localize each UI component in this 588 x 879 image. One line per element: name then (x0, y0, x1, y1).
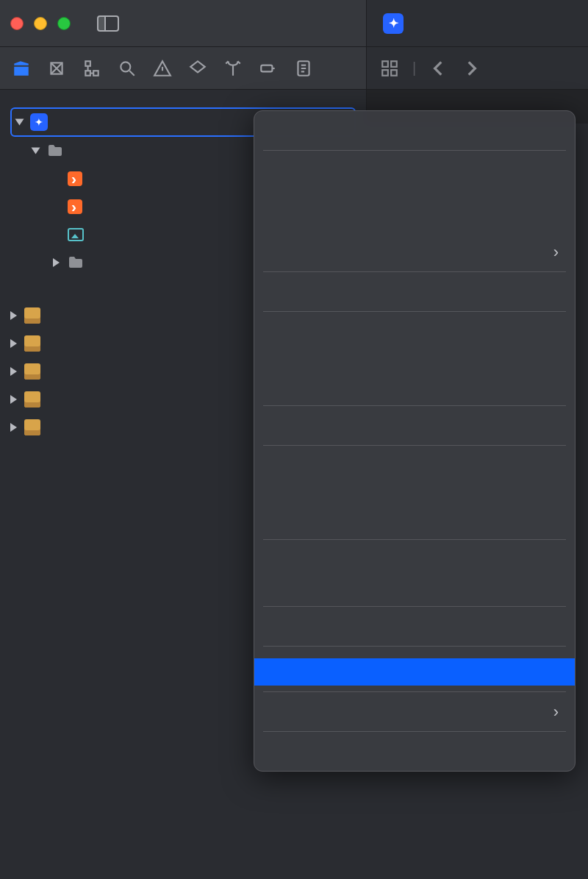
menu-new-group-from-selection (254, 506, 575, 533)
disclosure-triangle-icon[interactable] (15, 119, 24, 126)
assets-icon (68, 228, 84, 241)
folder-icon (67, 254, 85, 271)
menu-separator (263, 691, 566, 692)
menu-new-group-without-folder[interactable] (254, 479, 575, 506)
package-icon (24, 419, 40, 435)
svg-rect-3 (391, 70, 397, 76)
svg-rect-5 (85, 61, 90, 66)
menu-separator (263, 646, 566, 647)
find-navigator-tab-icon[interactable] (118, 59, 137, 78)
menu-separator (263, 539, 566, 540)
menu-source-control[interactable]: › (254, 698, 575, 725)
menu-separator (263, 271, 566, 272)
menu-sort-by-name[interactable] (254, 546, 575, 573)
disclosure-triangle-icon[interactable] (32, 148, 40, 154)
report-navigator-tab-icon[interactable] (294, 59, 313, 78)
back-button-icon[interactable] (429, 59, 448, 78)
svg-rect-1 (391, 61, 397, 67)
menu-delete (254, 412, 575, 439)
chevron-right-icon: › (553, 243, 559, 262)
grid-icon[interactable] (380, 59, 399, 78)
menu-separator (263, 405, 566, 406)
chevron-right-icon: › (553, 702, 559, 722)
close-window-button[interactable] (10, 17, 24, 30)
disclosure-triangle-icon[interactable] (10, 311, 17, 320)
menu-new-file[interactable] (254, 318, 575, 345)
package-icon (24, 335, 40, 352)
menu-open-in-new-window[interactable] (254, 184, 575, 211)
scheme-bar: ✦ (366, 0, 588, 47)
menu-separator (263, 311, 566, 312)
svg-rect-0 (382, 61, 388, 67)
disclosure-triangle-icon[interactable] (10, 339, 17, 348)
menu-open-in-tab[interactable] (254, 157, 575, 184)
menu-install-cli[interactable] (254, 658, 575, 686)
svg-rect-9 (261, 65, 272, 71)
menu-show-in-finder[interactable] (254, 117, 575, 144)
project-icon: ✦ (30, 113, 48, 131)
menu-open-as[interactable]: › (254, 238, 575, 266)
menu-open-external-editor[interactable] (254, 211, 575, 238)
swift-file-icon (68, 171, 82, 186)
svg-point-8 (121, 62, 130, 71)
app-badge-icon: ✦ (383, 13, 404, 34)
menu-add-packages[interactable] (254, 372, 575, 399)
editor-tabbar: | (366, 47, 588, 90)
disclosure-triangle-icon[interactable] (53, 258, 60, 267)
menu-add-files[interactable] (254, 345, 575, 372)
source-control-navigator-tab-icon[interactable] (47, 59, 66, 78)
menu-show-file-inspector[interactable] (254, 278, 575, 305)
debug-navigator-tab-icon[interactable] (223, 59, 243, 78)
menu-separator (263, 150, 566, 151)
folder-icon (46, 142, 64, 160)
menu-separator (263, 445, 566, 446)
svg-rect-6 (85, 71, 90, 76)
toggle-navigator-icon[interactable] (97, 15, 119, 32)
zoom-window-button[interactable] (57, 17, 71, 30)
svg-rect-7 (93, 71, 98, 76)
menu-section-apollo (254, 652, 575, 658)
package-icon (24, 307, 40, 324)
package-icon (24, 391, 40, 408)
menu-find-in-groups[interactable] (254, 613, 575, 640)
disclosure-triangle-icon[interactable] (10, 395, 17, 404)
menu-sort-by-type[interactable] (254, 573, 575, 600)
breakpoint-navigator-tab-icon[interactable] (259, 59, 278, 78)
test-navigator-tab-icon[interactable] (188, 59, 207, 78)
menu-separator (263, 606, 566, 607)
disclosure-triangle-icon[interactable] (10, 367, 17, 376)
swift-file-icon (68, 199, 82, 214)
menu-separator (263, 731, 566, 732)
forward-button-icon[interactable] (462, 59, 481, 78)
svg-rect-2 (382, 70, 388, 76)
context-menu: › › (254, 110, 576, 772)
symbol-navigator-tab-icon[interactable] (82, 59, 101, 78)
window-controls (10, 17, 71, 30)
project-navigator-tab-icon[interactable] (12, 59, 31, 78)
package-icon (24, 363, 40, 380)
disclosure-triangle-icon[interactable] (10, 423, 17, 432)
menu-new-group[interactable] (254, 452, 575, 479)
menu-project-navigator-help[interactable] (254, 738, 575, 765)
issue-navigator-tab-icon[interactable] (153, 59, 172, 78)
minimize-window-button[interactable] (34, 17, 47, 30)
